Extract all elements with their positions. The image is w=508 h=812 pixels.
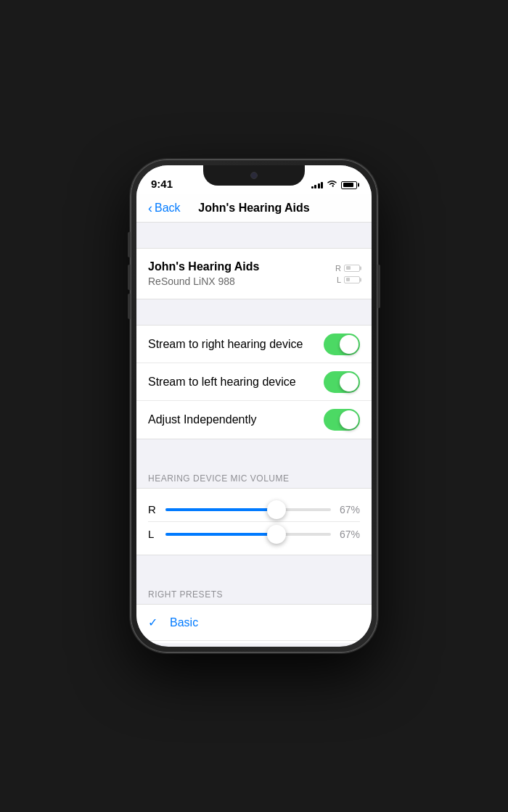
presets-header: RIGHT PRESETS [136,581,372,604]
phone-frame: 9:41 [131,160,377,652]
device-name: John's Hearing Aids [148,260,259,273]
toggle-right-switch[interactable] [324,334,360,355]
toggle-row-right: Stream to right hearing device [136,326,372,363]
toggle-left-knob [340,373,359,392]
device-model: ReSound LiNX 988 [148,276,259,287]
slider-L-value: 67% [338,529,360,540]
preset-row-basic[interactable]: ✓ Basic [136,605,372,641]
toggle-right-knob [340,335,359,354]
battery-R-label: R [335,264,341,273]
presets-card: ✓ Basic Restaurant Outdoor Party [136,604,372,643]
chevron-left-icon: ‹ [148,202,152,215]
notch [203,165,305,186]
camera [250,172,258,179]
slider-L-thumb[interactable] [267,525,286,544]
slider-L-track[interactable] [165,533,331,536]
mic-volume-header: HEARING DEVICE MIC VOLUME [136,465,372,488]
toggle-adjust-switch[interactable] [324,409,360,431]
preset-row-restaurant[interactable]: Restaurant [136,641,372,643]
slider-R-label: R [148,503,158,515]
toggle-left-label: Stream to left hearing device [148,376,296,389]
battery-icon [341,181,357,189]
slider-R-fill [165,508,276,511]
toggle-adjust-knob [340,410,359,429]
checkmark-icon: ✓ [148,616,160,629]
slider-row-R: R 67% [148,497,360,521]
toggle-row-left: Stream to left hearing device [136,363,372,401]
signal-icon [311,182,324,188]
slider-divider [136,439,372,465]
nav-bar: ‹ Back John's Hearing Aids [136,194,372,223]
mid-divider [136,299,372,325]
sliders-card: R 67% L 67% [136,488,372,555]
slider-L-label: L [148,528,158,540]
battery-indicators: R L [335,264,360,284]
slider-R-value: 67% [338,504,360,515]
status-icons [311,180,358,190]
top-divider [136,223,372,248]
slider-R-thumb[interactable] [267,500,286,519]
slider-R-track[interactable] [165,508,331,511]
battery-bar-L [344,276,360,283]
device-info-card: John's Hearing Aids ReSound LiNX 988 R L [136,248,372,299]
preset-basic-label: Basic [170,616,198,629]
device-text: John's Hearing Aids ReSound LiNX 988 [148,260,259,287]
back-label[interactable]: Back [155,202,181,215]
toggle-right-label: Stream to right hearing device [148,338,303,351]
toggle-left-switch[interactable] [324,371,360,393]
nav-title: John's Hearing Aids [198,202,309,215]
battery-bar-R [344,265,360,272]
toggle-row-adjust: Adjust Independently [136,401,372,439]
status-time: 9:41 [151,178,173,190]
back-button[interactable]: ‹ Back [148,202,181,215]
presets-divider [136,555,372,581]
battery-row-R: R [335,264,360,273]
toggles-card: Stream to right hearing device Stream to… [136,325,372,439]
slider-L-fill [165,533,276,536]
toggle-adjust-label: Adjust Independently [148,413,256,426]
battery-L-label: L [337,276,341,284]
slider-row-L: L 67% [148,522,360,546]
wifi-icon [327,180,337,190]
content-area: John's Hearing Aids ReSound LiNX 988 R L [136,223,372,643]
battery-row-L: L [337,276,360,284]
phone-screen: 9:41 [136,165,372,647]
